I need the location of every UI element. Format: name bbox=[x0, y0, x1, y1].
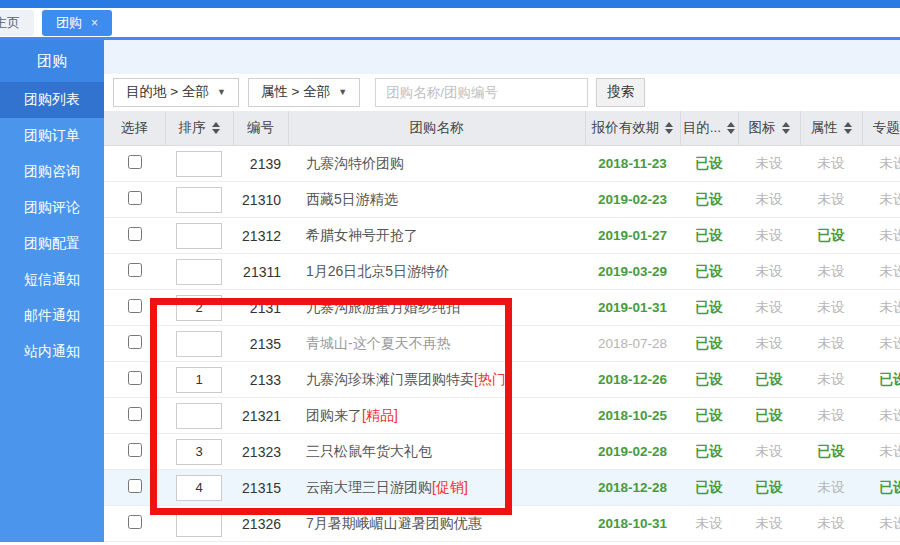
sort-input[interactable] bbox=[176, 151, 222, 177]
row-attribute: 未设 bbox=[800, 398, 862, 434]
sort-input[interactable] bbox=[176, 511, 222, 537]
row-destination: 已设 bbox=[680, 218, 738, 254]
row-date: 2018-07-28 bbox=[585, 326, 680, 362]
row-topic: 未设 bbox=[862, 326, 900, 362]
row-date: 2018-10-25 bbox=[585, 398, 680, 434]
row-attribute: 未设 bbox=[800, 470, 862, 506]
row-destination: 已设 bbox=[680, 470, 738, 506]
row-destination: 已设 bbox=[680, 146, 738, 182]
row-checkbox[interactable] bbox=[128, 263, 142, 277]
column-header-label: 编号 bbox=[247, 119, 274, 137]
row-checkbox[interactable] bbox=[128, 443, 142, 457]
row-checkbox[interactable] bbox=[128, 299, 142, 313]
row-attribute: 未设 bbox=[800, 506, 862, 542]
sidebar-item[interactable]: 团购咨询 bbox=[0, 154, 104, 190]
row-icon: 未设 bbox=[738, 290, 800, 326]
chevron-down-icon: ▼ bbox=[217, 87, 226, 97]
sidebar-item[interactable]: 团购列表 bbox=[0, 82, 104, 118]
row-checkbox[interactable] bbox=[128, 479, 142, 493]
row-id: 21312 bbox=[233, 218, 288, 254]
row-date: 2018-11-23 bbox=[585, 146, 680, 182]
table-row: 21310 西藏5日游精选 2019-02-23 已设 未设 未设 未设 bbox=[104, 182, 900, 218]
row-checkbox[interactable] bbox=[128, 407, 142, 421]
sort-input[interactable] bbox=[176, 403, 222, 429]
destination-filter-dropdown[interactable]: 目的地 > 全部 ▼ bbox=[113, 78, 239, 107]
row-date: 2019-02-23 bbox=[585, 182, 680, 218]
filter-bar: 目的地 > 全部 ▼ 属性 > 全部 ▼ 搜索 bbox=[104, 74, 900, 111]
sort-input[interactable] bbox=[176, 295, 222, 321]
row-date: 2019-01-27 bbox=[585, 218, 680, 254]
row-attribute: 已设 bbox=[800, 218, 862, 254]
row-id: 21326 bbox=[233, 506, 288, 542]
sidebar-item[interactable]: 邮件通知 bbox=[0, 298, 104, 334]
attribute-filter-dropdown[interactable]: 属性 > 全部 ▼ bbox=[248, 78, 360, 107]
sort-arrows-icon[interactable] bbox=[727, 122, 735, 134]
row-attribute: 未设 bbox=[800, 290, 862, 326]
row-tag: [促销] bbox=[432, 479, 468, 495]
attribute-filter-label: 属性 > 全部 bbox=[261, 83, 330, 101]
row-icon: 未设 bbox=[738, 254, 800, 290]
sort-input[interactable] bbox=[176, 367, 222, 393]
chevron-down-icon: ▼ bbox=[338, 87, 347, 97]
table-row: 21312 希腊女神号开抢了 2019-01-27 已设 未设 已设 未设 bbox=[104, 218, 900, 254]
tab-groupbuy[interactable]: 团购 × bbox=[42, 10, 112, 36]
row-icon: 未设 bbox=[738, 146, 800, 182]
row-date: 2019-03-29 bbox=[585, 254, 680, 290]
sort-input[interactable] bbox=[176, 259, 222, 285]
row-topic: 未设 bbox=[862, 290, 900, 326]
row-checkbox[interactable] bbox=[128, 371, 142, 385]
row-checkbox[interactable] bbox=[128, 191, 142, 205]
column-header: 选择 bbox=[104, 111, 165, 146]
sidebar-item[interactable]: 团购配置 bbox=[0, 226, 104, 262]
sidebar-item[interactable]: 团购订单 bbox=[0, 118, 104, 154]
sort-arrows-icon[interactable] bbox=[844, 122, 852, 134]
row-attribute: 未设 bbox=[800, 182, 862, 218]
row-icon: 未设 bbox=[738, 506, 800, 542]
sort-input[interactable] bbox=[176, 439, 222, 465]
sort-input[interactable] bbox=[176, 331, 222, 357]
row-date: 2019-01-31 bbox=[585, 290, 680, 326]
groupbuy-table: 选择 排序 编号 团购名称 报价有效期 目的... bbox=[104, 111, 900, 543]
column-header-label: 选择 bbox=[121, 119, 148, 137]
sidebar-item[interactable]: 站内通知 bbox=[0, 334, 104, 370]
row-date: 2018-12-28 bbox=[585, 470, 680, 506]
search-button[interactable]: 搜索 bbox=[596, 78, 645, 107]
table-header: 选择 排序 编号 团购名称 报价有效期 目的... bbox=[104, 111, 900, 146]
row-date: 2018-10-31 bbox=[585, 506, 680, 542]
row-name: 九寨沟特价团购 bbox=[306, 155, 404, 171]
sort-input[interactable] bbox=[176, 223, 222, 249]
close-icon[interactable]: × bbox=[91, 17, 98, 29]
column-header: 报价有效期 bbox=[585, 111, 680, 146]
column-header: 目的... bbox=[680, 111, 738, 146]
tab-home[interactable]: 主页 bbox=[0, 10, 34, 36]
tab-bar: 主页 团购 × bbox=[0, 8, 900, 40]
row-checkbox[interactable] bbox=[128, 227, 142, 241]
row-id: 21323 bbox=[233, 434, 288, 470]
sort-input[interactable] bbox=[176, 187, 222, 213]
column-header: 属性 bbox=[800, 111, 862, 146]
row-name: 7月暑期峨嵋山避暑团购优惠 bbox=[306, 515, 482, 531]
row-checkbox[interactable] bbox=[128, 155, 142, 169]
row-attribute: 未设 bbox=[800, 362, 862, 398]
sort-input[interactable] bbox=[176, 475, 222, 501]
row-attribute: 未设 bbox=[800, 254, 862, 290]
row-icon: 已设 bbox=[738, 398, 800, 434]
sort-arrows-icon[interactable] bbox=[782, 122, 790, 134]
row-name: 三只松鼠年货大礼包 bbox=[306, 443, 432, 459]
row-attribute: 已设 bbox=[800, 434, 862, 470]
sidebar-item[interactable]: 短信通知 bbox=[0, 262, 104, 298]
row-tag: [热门] bbox=[474, 371, 510, 387]
row-icon: 已设 bbox=[738, 470, 800, 506]
row-checkbox[interactable] bbox=[128, 515, 142, 529]
sort-arrows-icon[interactable] bbox=[665, 122, 673, 134]
sidebar-header: 团购 bbox=[0, 40, 104, 82]
row-icon: 未设 bbox=[738, 218, 800, 254]
sidebar-item[interactable]: 团购评论 bbox=[0, 190, 104, 226]
row-name: 青城山-这个夏天不再热 bbox=[306, 335, 451, 351]
row-destination: 未设 bbox=[680, 506, 738, 542]
sort-arrows-icon[interactable] bbox=[212, 122, 220, 134]
search-input[interactable] bbox=[375, 78, 588, 107]
row-checkbox[interactable] bbox=[128, 335, 142, 349]
row-destination: 已设 bbox=[680, 326, 738, 362]
row-tag: [精品] bbox=[362, 407, 398, 423]
